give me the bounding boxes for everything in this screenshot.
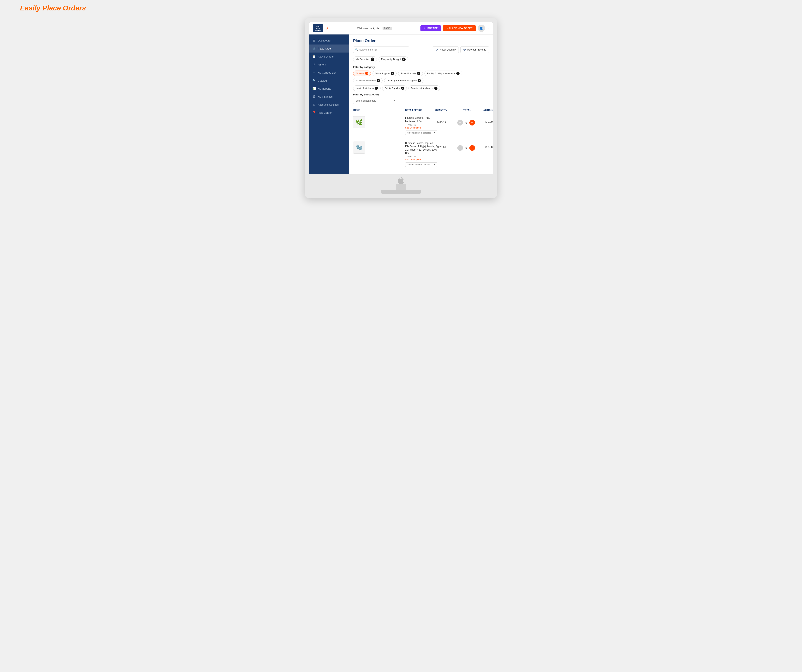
tab-my-favorites[interactable]: My Favorites 0 [353,57,377,62]
sidebar-item-catalog[interactable]: 🔍 Catalog [309,77,349,85]
welcome-area: Welcome back, Nick BASIC [357,27,392,30]
qty-decrease-2[interactable]: − [458,145,463,151]
cat-label-all-items: All items [356,72,364,74]
user-avatar-button[interactable]: 👤 [478,25,485,32]
cat-chip-safety[interactable]: Safety Supplies 2 [382,86,407,91]
search-bar-row: 🔍 ↺ Reset Quantity ⟳ Reorder Previous [353,46,489,53]
catalog-icon: 🔍 [312,79,316,82]
reorder-previous-label: Reorder Previous [467,48,486,51]
cost-center-1[interactable]: No cost centers selected ▼ [405,131,437,135]
qty-decrease-1[interactable]: − [458,120,463,126]
sidebar-item-my-reports[interactable]: 📊 My Reports [309,85,349,93]
user-dropdown-chevron: ▼ [487,27,489,29]
quantity-cell-1: − 0 + [458,116,485,126]
table-row: 🌿 Flagship Carpets, Rug, Multicolor, 1 E… [353,113,489,138]
quantity-cell-2: − 0 + [458,142,485,151]
top-actions: + UPGRADE ✦ PLACE NEW ORDER 👤 ▼ [420,25,489,32]
qty-increase-2[interactable]: + [469,145,475,151]
cost-center-2[interactable]: No cost centers selected ▼ [405,162,437,167]
tab-my-favorites-count: 0 [371,58,374,61]
logo-line2: 1-2-3 [316,27,320,29]
logo-line1: SEND [316,26,320,27]
total-cell-1: $ 0.00 [485,116,493,123]
cat-chip-furniture[interactable]: Furniture & Appliances 1 [408,86,440,91]
search-input[interactable] [353,47,409,53]
sidebar-item-my-finances[interactable]: 🏛 My Finances [309,93,349,101]
upgrade-button[interactable]: + UPGRADE [420,25,441,31]
sidebar-label-my-curated-list: My Curated List [318,71,336,74]
top-bar: SEND 1-2-3 Source ✈ Welcome back, Nick B… [309,22,493,34]
cat-chip-office-supplies[interactable]: Office Supplies 2 [372,71,397,76]
cat-chip-all-items[interactable]: All items 14 [353,71,371,76]
user-icon: 👤 [479,26,483,30]
place-order-icon: 🛒 [312,47,316,50]
welcome-text: Welcome back, Nick [357,27,381,30]
item-details-1: Flagship Carpets, Rug, Multicolor, 1 Eac… [405,116,437,135]
sidebar-item-my-curated-list[interactable]: ≡ My Curated List [309,69,349,77]
cat-chip-cleaning[interactable]: Cleaning & Bathroom Supplies 3 [384,78,424,83]
place-new-order-button[interactable]: ✦ PLACE NEW ORDER [443,25,476,31]
accounts-settings-icon: ⚙ [312,103,316,106]
app-container: SEND 1-2-3 Source ✈ Welcome back, Nick B… [309,22,493,174]
monitor-base [381,190,421,194]
item-details-2: Business Source, Top Tab File Folder, 1 … [405,142,437,167]
items-table: ITEMS DETAILS PRICE QUANTITY TOTAL ACTIO… [353,107,489,170]
cat-chip-health[interactable]: Health & Wellness 2 [353,86,380,91]
cat-label-paper-products: Paper Products [401,72,416,74]
item-name-1: Flagship Carpets, Rug, Multicolor, 1 Eac… [405,116,437,123]
cost-center-label-2: No cost centers selected [407,163,431,166]
cost-center-chevron-1: ▼ [434,132,435,134]
cat-count-miscellaneous: 2 [377,79,380,82]
cat-chip-paper-products[interactable]: Paper Products 2 [398,71,423,76]
logo-area: SEND 1-2-3 Source ✈ [313,24,329,32]
monitor-neck [396,184,406,190]
cat-count-all-items: 14 [365,72,368,75]
cat-chip-miscellaneous[interactable]: Miscellaneous Items 2 [353,78,383,83]
sidebar-label-dashboard: Dashboard [318,39,331,42]
sidebar-item-history[interactable]: ↺ History [309,61,349,69]
sidebar-item-active-orders[interactable]: 📋 Active Orders [309,53,349,61]
cat-label-cleaning: Cleaning & Bathroom Supplies [387,79,417,82]
price-cell-2: $ 23.61 [437,142,458,149]
tab-frequently-bought-label: Frequently Bought [381,58,401,61]
category-filters: All items 14 Office Supplies 2 Paper Pro… [353,71,489,83]
cat-label-furniture: Furniture & Appliances [411,87,433,89]
subcategory-select[interactable]: Select subcategory [353,98,397,104]
sidebar-label-accounts-settings: Accounts Settings [318,103,339,106]
cat-count-health: 2 [375,87,378,90]
sidebar-label-my-finances: My Finances [318,95,333,98]
help-center-icon: ❓ [312,111,316,114]
cat-label-safety: Safety Supplies [385,87,400,89]
reorder-icon: ⟳ [463,48,466,51]
logo-line3: Source [315,29,320,31]
reorder-previous-button[interactable]: ⟳ Reorder Previous [460,46,489,53]
subcategory-select-wrap: Select subcategory [353,98,397,104]
history-icon: ↺ [312,63,316,66]
reset-quantity-button[interactable]: ↺ Reset Quantity [433,46,459,53]
reset-icon: ↺ [436,48,438,51]
cat-chip-facility[interactable]: Facility & Utility Maintenance 2 [424,71,462,76]
qty-value-2: 0 [464,146,468,149]
logo-plane-icon: ✈ [325,26,329,31]
th-price: PRICE [415,109,435,111]
sidebar-label-active-orders: Active Orders [318,55,334,58]
sidebar-item-help-center[interactable]: ❓ Help Center [309,109,349,117]
tab-my-favorites-label: My Favorites [356,58,370,61]
sidebar-item-dashboard[interactable]: ⊞ Dashboard [309,37,349,45]
item-desc-link-2[interactable]: See Description [405,158,437,161]
item-desc-link-1[interactable]: See Description [405,126,437,129]
qty-increase-1[interactable]: + [469,120,475,126]
th-quantity: QUANTITY [435,109,463,111]
item-image-2: 🧤 [353,142,365,153]
sidebar-label-history: History [318,63,326,66]
tab-frequently-bought-count: 0 [402,58,406,61]
sidebar-item-place-order[interactable]: 🛒 Place Order [309,45,349,53]
main-layout: ⊞ Dashboard 🛒 Place Order 📋 Active Order… [309,34,493,174]
cat-label-health: Health & Wellness [356,87,374,89]
sidebar-item-accounts-settings[interactable]: ⚙ Accounts Settings [309,101,349,109]
tab-frequently-bought[interactable]: Frequently Bought 0 [378,57,408,62]
page-headline: Easily Place Orders [20,4,86,12]
cat-count-paper-products: 2 [417,72,420,75]
item-img-cell-1: 🌿 [353,116,405,128]
cat-label-miscellaneous: Miscellaneous Items [356,79,376,82]
